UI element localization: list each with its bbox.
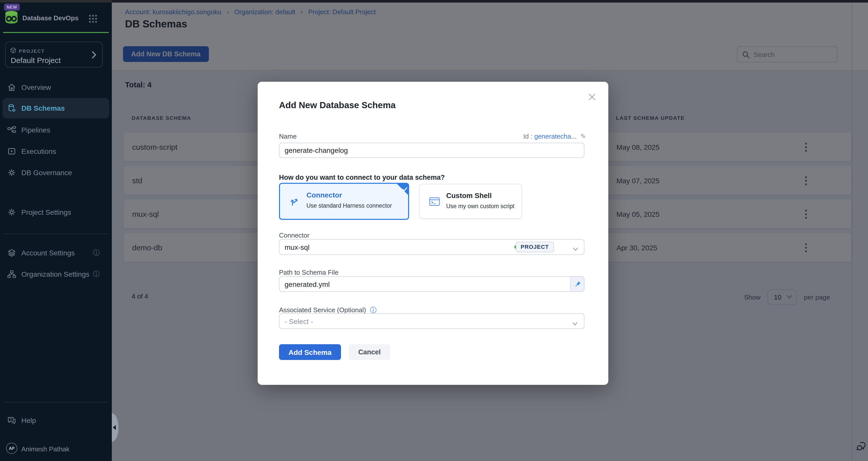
sidebar-item-label: Pipelines: [21, 126, 50, 134]
modal-title: Add New Database Schema: [279, 100, 396, 111]
id-prefix: Id :: [523, 133, 532, 140]
id-value-link[interactable]: generatecha...: [534, 133, 577, 140]
user-name[interactable]: Animesh Pathak: [21, 445, 69, 453]
info-icon[interactable]: ⓘ: [93, 248, 100, 257]
sidebar-item-overview[interactable]: Overview: [0, 77, 112, 97]
service-placeholder: - Select -: [285, 317, 313, 325]
option-subtitle: Use standard Harness connector: [306, 203, 392, 209]
sidebar-item-help[interactable]: ? Help: [0, 410, 112, 431]
terminal-icon: [429, 196, 440, 209]
sidebar-item-label: DB Schemas: [21, 104, 65, 112]
sidebar-item-pipelines[interactable]: Pipelines: [0, 120, 112, 140]
chevron-down-icon[interactable]: [573, 244, 578, 253]
new-badge: NEW: [4, 4, 20, 11]
service-select[interactable]: - Select -: [279, 313, 584, 329]
add-schema-button[interactable]: Add Schema: [279, 344, 341, 360]
name-label: Name: [279, 133, 297, 140]
module-grid-icon[interactable]: [88, 14, 98, 25]
pushpin-icon: [574, 280, 581, 288]
project-selector[interactable]: PROJECT Default Project: [5, 42, 103, 68]
option-card-connector[interactable]: Connector Use standard Harness connector: [279, 183, 409, 220]
sidebar: NEW Database DevOps: [0, 0, 112, 461]
path-field: [279, 276, 584, 292]
connector-select: PROJECT: [279, 239, 584, 255]
info-icon[interactable]: ⓘ: [93, 270, 100, 279]
help-chat-icon: ?: [7, 416, 16, 427]
org-hierarchy-icon: [7, 270, 16, 281]
database-gear-icon: [7, 104, 16, 115]
sidebar-item-label: Help: [21, 416, 36, 424]
sidebar-item-db-governance[interactable]: DB Governance: [0, 162, 112, 183]
governance-gear-icon: [7, 168, 16, 179]
path-input[interactable]: [279, 276, 584, 292]
entity-id-row: Id : generatecha... ✎: [523, 133, 586, 140]
sidebar-item-db-schemas[interactable]: DB Schemas: [3, 98, 109, 118]
user-avatar[interactable]: AP: [6, 443, 17, 454]
sidebar-divider: [3, 402, 109, 403]
gear-icon: [7, 208, 16, 219]
sidebar-item-label: Account Settings: [21, 249, 75, 257]
connector-branch-icon: [289, 196, 300, 209]
chevron-down-icon: [572, 319, 578, 328]
connection-question: How do you want to connect to your data …: [279, 174, 445, 181]
edit-pencil-icon[interactable]: ✎: [580, 133, 586, 140]
connector-label: Connector: [279, 232, 309, 239]
sidebar-item-organization-settings[interactable]: Organization Settings ⓘ: [0, 264, 112, 284]
sidebar-item-label: Executions: [21, 147, 56, 155]
cube-icon: [10, 47, 16, 56]
project-scope-label: PROJECT: [19, 49, 45, 54]
sidebar-item-label: DB Governance: [21, 169, 72, 177]
sidebar-item-project-settings[interactable]: Project Settings: [0, 202, 112, 222]
path-label: Path to Schema File: [279, 269, 338, 276]
sidebar-divider: [3, 234, 109, 234]
name-input[interactable]: [279, 143, 584, 158]
app-title: Database DevOps: [22, 14, 79, 22]
screenshot-root: NEW Database DevOps: [0, 0, 868, 461]
sidebar-item-executions[interactable]: Executions: [0, 141, 112, 161]
chevron-right-icon: [90, 50, 98, 61]
pipeline-icon: [7, 125, 16, 137]
svg-text:?: ?: [10, 417, 12, 421]
collapse-arrow-icon: [113, 425, 116, 430]
sidebar-item-label: Project Settings: [21, 208, 71, 216]
option-title: Connector: [306, 191, 342, 199]
info-icon[interactable]: ⓘ: [370, 306, 377, 314]
connector-scope-badge: PROJECT: [516, 242, 554, 252]
option-card-custom-shell[interactable]: Custom Shell Use my own custom script: [419, 184, 522, 219]
sidebar-item-account-settings[interactable]: Account Settings ⓘ: [0, 243, 112, 263]
harness-dbops-logo-icon: [4, 10, 19, 27]
sidebar-item-label: Overview: [21, 83, 51, 91]
layers-icon: [7, 248, 16, 259]
project-name: Default Project: [11, 56, 61, 64]
play-square-icon: [7, 147, 16, 158]
check-icon: [402, 185, 408, 194]
home-icon: [7, 83, 16, 94]
close-icon[interactable]: [588, 93, 596, 103]
sidebar-item-label: Organization Settings: [21, 270, 89, 278]
option-subtitle: Use my own custom script: [446, 203, 514, 209]
option-title: Custom Shell: [446, 191, 492, 200]
cancel-button[interactable]: Cancel: [349, 344, 390, 360]
add-schema-modal: Add New Database Schema Name Id : genera…: [258, 82, 608, 385]
pin-toggle[interactable]: [570, 277, 584, 291]
brand-divider: [3, 32, 109, 33]
service-label: Associated Service (Optional): [279, 306, 366, 314]
